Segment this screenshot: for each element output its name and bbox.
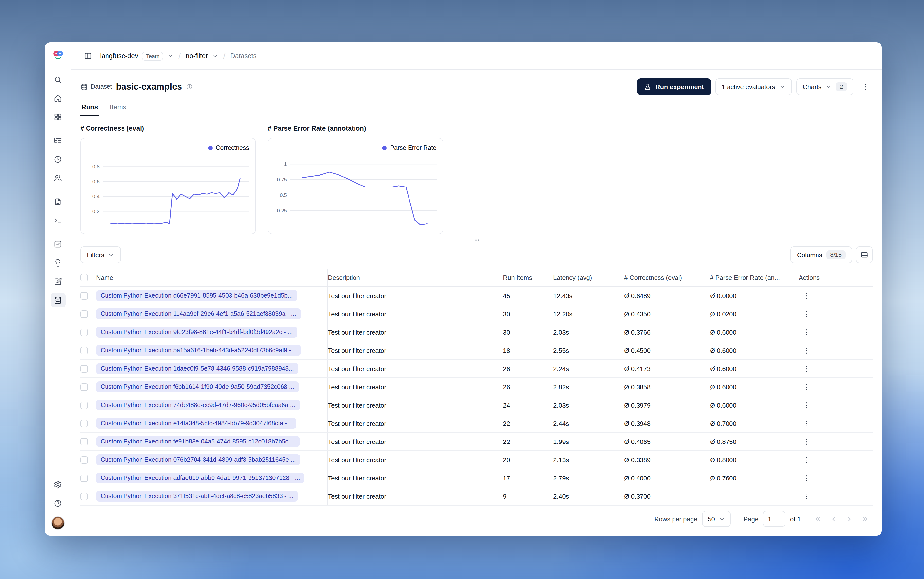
row-checkbox[interactable] bbox=[80, 492, 88, 500]
lightbulb-icon[interactable] bbox=[51, 255, 66, 270]
users-icon[interactable] bbox=[51, 170, 66, 185]
main-area: langfuse-dev Team / no-filter / Datasets… bbox=[72, 43, 881, 536]
filters-button[interactable]: Filters bbox=[80, 246, 121, 263]
row-checkbox[interactable] bbox=[80, 329, 88, 336]
evaluators-check-icon[interactable] bbox=[51, 237, 66, 251]
run-name-link[interactable]: Custom Python Execution 076b2704-341d-48… bbox=[96, 454, 300, 465]
entity-label: Dataset bbox=[80, 83, 112, 90]
run-latency: 2.24s bbox=[553, 365, 624, 372]
row-checkbox[interactable] bbox=[80, 456, 88, 463]
run-parse-error-rate: Ø 0.6000 bbox=[710, 365, 799, 372]
row-height-table-icon-button[interactable] bbox=[856, 246, 873, 263]
row-checkbox[interactable] bbox=[80, 474, 88, 482]
info-icon[interactable] bbox=[186, 83, 193, 90]
run-name-link[interactable]: Custom Python Execution d66e7991-8595-45… bbox=[96, 290, 297, 301]
run-description: Test our filter creator bbox=[328, 456, 503, 463]
datasets-database-icon[interactable] bbox=[51, 293, 66, 307]
row-checkbox[interactable] bbox=[80, 420, 88, 427]
playground-terminal-icon[interactable] bbox=[51, 213, 66, 228]
row-checkbox[interactable] bbox=[80, 347, 88, 354]
row-actions-menu-button[interactable] bbox=[799, 325, 814, 340]
svg-text:1: 1 bbox=[284, 161, 287, 167]
run-correctness: Ø 0.3700 bbox=[624, 492, 710, 500]
first-page-button[interactable] bbox=[811, 512, 824, 526]
row-checkbox[interactable] bbox=[80, 310, 88, 317]
row-actions-menu-button[interactable] bbox=[799, 361, 814, 376]
row-actions-menu-button[interactable] bbox=[799, 288, 814, 303]
breadcrumb-project[interactable]: no-filter bbox=[186, 52, 208, 60]
breadcrumb-section[interactable]: Datasets bbox=[230, 52, 257, 60]
charts-dropdown[interactable]: Charts 2 bbox=[796, 79, 854, 95]
last-page-button[interactable] bbox=[858, 512, 872, 526]
dashboard-grid-icon[interactable] bbox=[51, 110, 66, 124]
langfuse-logo[interactable] bbox=[51, 47, 66, 62]
search-icon[interactable] bbox=[51, 72, 66, 87]
breadcrumb-org[interactable]: langfuse-dev bbox=[100, 52, 138, 60]
tracing-tree-icon[interactable] bbox=[51, 133, 66, 148]
run-name-link[interactable]: Custom Python Execution 1daec0f9-5e78-43… bbox=[96, 363, 298, 374]
tab-items[interactable]: Items bbox=[109, 101, 127, 116]
table-row: Custom Python Execution f6bb1614-1f90-40… bbox=[80, 378, 873, 396]
evaluators-dropdown[interactable]: 1 active evaluators bbox=[715, 79, 792, 95]
rows-per-page-label: Rows per page bbox=[654, 515, 698, 523]
help-icon[interactable] bbox=[51, 496, 66, 510]
tab-bar: Runs Items bbox=[80, 101, 873, 117]
run-name-link[interactable]: Custom Python Execution 9fe23f98-881e-44… bbox=[96, 327, 297, 337]
run-name-link[interactable]: Custom Python Execution fe91b83e-04a5-47… bbox=[96, 436, 300, 447]
run-name-link[interactable]: Custom Python Execution e14fa348-5cfc-49… bbox=[96, 418, 297, 429]
columns-button[interactable]: Columns 8/15 bbox=[791, 246, 852, 263]
row-checkbox[interactable] bbox=[80, 292, 88, 299]
more-options-kebab-button[interactable] bbox=[858, 79, 873, 94]
run-name-link[interactable]: Custom Python Execution 114aa9ef-29e6-4e… bbox=[96, 309, 300, 319]
row-actions-menu-button[interactable] bbox=[799, 471, 814, 486]
row-actions-menu-button[interactable] bbox=[799, 434, 814, 449]
settings-gear-icon[interactable] bbox=[51, 477, 66, 492]
next-page-button[interactable] bbox=[842, 512, 856, 526]
row-checkbox[interactable] bbox=[80, 365, 88, 372]
previous-page-button[interactable] bbox=[826, 512, 840, 526]
run-name-link[interactable]: Custom Python Execution f6bb1614-1f90-40… bbox=[96, 381, 298, 392]
user-avatar[interactable] bbox=[51, 517, 65, 530]
chart-correctness: # Correctness (eval) Correctness 0.20.40… bbox=[80, 125, 256, 234]
sidebar-toggle-button[interactable] bbox=[80, 49, 95, 63]
row-actions-menu-button[interactable] bbox=[799, 489, 814, 504]
run-items-count: 22 bbox=[503, 420, 553, 427]
chevron-down-icon[interactable] bbox=[212, 53, 218, 59]
row-actions-menu-button[interactable] bbox=[799, 306, 814, 321]
tab-runs[interactable]: Runs bbox=[80, 101, 99, 116]
pagination-buttons bbox=[811, 512, 872, 526]
run-experiment-button[interactable]: Run experiment bbox=[637, 79, 711, 95]
column-header-run-items: Run Items bbox=[503, 274, 553, 281]
table-row: Custom Python Execution e14fa348-5cfc-49… bbox=[80, 414, 873, 433]
chart-card: Correctness 0.20.40.60.8 bbox=[80, 138, 256, 234]
panel-resize-handle[interactable] bbox=[80, 234, 873, 244]
row-actions-menu-button[interactable] bbox=[799, 343, 814, 358]
rows-per-page-select[interactable]: 50 bbox=[702, 511, 731, 527]
page-group: Page of 1 bbox=[744, 511, 801, 527]
row-actions-menu-button[interactable] bbox=[799, 416, 814, 431]
run-name-link[interactable]: Custom Python Execution adfae619-abb0-4d… bbox=[96, 473, 305, 483]
row-checkbox[interactable] bbox=[80, 383, 88, 391]
svg-text:0.8: 0.8 bbox=[92, 164, 100, 169]
run-parse-error-rate: Ø 0.6000 bbox=[710, 401, 799, 409]
row-checkbox[interactable] bbox=[80, 401, 88, 409]
chevron-down-icon[interactable] bbox=[167, 53, 174, 59]
run-name-link[interactable]: Custom Python Execution 5a15a616-1bab-44… bbox=[96, 345, 301, 356]
chart-title: # Parse Error Rate (annotation) bbox=[268, 125, 443, 132]
row-checkbox[interactable] bbox=[80, 438, 88, 445]
sessions-clock-icon[interactable] bbox=[51, 152, 66, 167]
row-actions-menu-button[interactable] bbox=[799, 379, 814, 394]
prompts-file-icon[interactable] bbox=[51, 194, 66, 209]
row-actions-menu-button[interactable] bbox=[799, 452, 814, 467]
select-all-checkbox[interactable] bbox=[80, 274, 88, 281]
run-experiment-label: Run experiment bbox=[655, 83, 704, 90]
run-name-link[interactable]: Custom Python Execution 74de488e-ec9d-47… bbox=[96, 400, 300, 411]
run-description: Test our filter creator bbox=[328, 401, 503, 409]
database-icon bbox=[80, 83, 88, 90]
home-icon[interactable] bbox=[51, 91, 66, 105]
page-number-input[interactable] bbox=[763, 511, 786, 527]
column-header-correctness: # Correctness (eval) bbox=[624, 274, 710, 281]
run-name-link[interactable]: Custom Python Execution 371f531c-abff-4d… bbox=[96, 491, 298, 502]
row-actions-menu-button[interactable] bbox=[799, 397, 814, 412]
annotation-pen-icon[interactable] bbox=[51, 274, 66, 289]
